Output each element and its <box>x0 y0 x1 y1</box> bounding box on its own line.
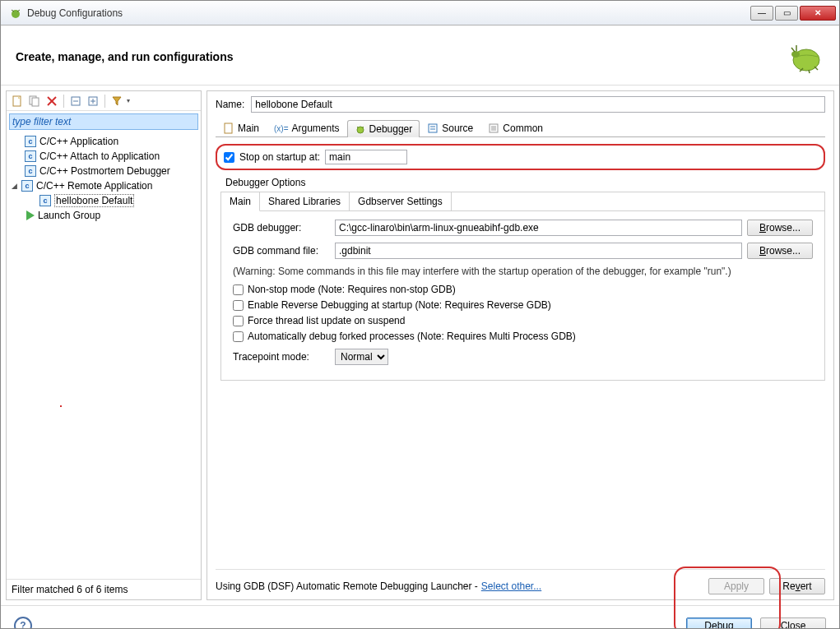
filter-wrap <box>7 111 201 132</box>
c-icon: c <box>21 180 33 192</box>
gdb-command-input[interactable] <box>335 243 742 259</box>
left-toolbar: ▾ <box>7 91 201 111</box>
tab-common[interactable]: Common <box>480 119 550 136</box>
tree-item-cpp-remote[interactable]: ◢cC/C++ Remote Application <box>10 178 197 193</box>
launcher-row: Using GDB (DSF) Automatic Remote Debuggi… <box>216 569 825 594</box>
tab-source[interactable]: Source <box>420 119 480 136</box>
force-thread-label: Force thread list update on suspend <box>248 315 405 326</box>
source-icon <box>427 123 439 134</box>
gdb-debugger-input[interactable] <box>335 220 742 236</box>
minimize-button[interactable]: — <box>750 6 773 21</box>
svg-point-5 <box>791 51 800 58</box>
gdb-debugger-row: GDB debugger: Browse... <box>233 220 813 236</box>
close-button[interactable]: Close <box>760 617 826 630</box>
maximize-button[interactable]: ▭ <box>775 6 798 21</box>
filter-input[interactable] <box>9 113 198 130</box>
fork-checkbox[interactable] <box>233 331 244 342</box>
toolbar-separator <box>63 95 64 108</box>
tree-item-cpp-attach[interactable]: cC/C++ Attach to Application <box>10 149 197 164</box>
subtab-gdbserver[interactable]: Gdbserver Settings <box>350 192 452 210</box>
collapse-all-icon[interactable] <box>68 94 83 109</box>
revert-button[interactable]: Revert <box>769 578 825 594</box>
gdb-command-label: GDB command file: <box>233 245 330 257</box>
tree-item-cpp-application[interactable]: cC/C++ Application <box>10 134 197 149</box>
spacer <box>216 381 825 569</box>
warning-text: (Warning: Some commands in this file may… <box>233 266 813 277</box>
c-icon: c <box>25 165 36 177</box>
arguments-icon: (x)= <box>274 124 289 133</box>
reverse-row: Enable Reverse Debugging at startup (Not… <box>233 299 813 311</box>
caret-down-icon[interactable]: ◢ <box>10 182 18 190</box>
force-thread-row: Force thread list update on suspend <box>233 315 813 326</box>
common-icon <box>488 123 499 134</box>
content-area: ▾ cC/C++ Application cC/C++ Attach to Ap… <box>1 86 839 605</box>
c-icon: c <box>39 195 51 206</box>
bottom-bar: ? Debug Close <box>1 605 839 629</box>
window-buttons: — ▭ ✕ <box>749 6 836 21</box>
debugger-options-label: Debugger Options <box>225 177 825 188</box>
name-input[interactable] <box>251 96 825 113</box>
stop-on-startup-row: Stop on startup at: <box>216 144 825 170</box>
svg-line-9 <box>809 70 810 73</box>
toolbar-separator <box>104 95 105 108</box>
gdb-command-row: GDB command file: Browse... <box>233 243 813 259</box>
config-tree[interactable]: cC/C++ Application cC/C++ Attach to Appl… <box>7 132 201 579</box>
bottom-buttons: Debug Close <box>686 617 826 630</box>
svg-rect-25 <box>429 124 437 132</box>
apply-button[interactable]: Apply <box>708 578 764 594</box>
fork-row: Automatically debug forked processes (No… <box>233 331 813 342</box>
subtab-row: Main Shared Libraries Gdbserver Settings <box>221 192 824 211</box>
duplicate-config-icon[interactable] <box>27 94 42 109</box>
nonstop-row: Non-stop mode (Note: Requires non-stop G… <box>233 284 813 295</box>
svg-line-6 <box>791 48 795 52</box>
reverse-checkbox[interactable] <box>233 300 244 311</box>
tab-arguments[interactable]: (x)=Arguments <box>267 119 347 136</box>
tab-main[interactable]: Main <box>216 119 267 136</box>
c-icon: c <box>25 136 36 147</box>
select-other-link[interactable]: Select other... <box>481 580 541 592</box>
help-icon[interactable]: ? <box>14 617 32 630</box>
close-window-button[interactable]: ✕ <box>800 6 836 21</box>
browse-command-button[interactable]: Browse... <box>747 243 813 259</box>
tracepoint-select[interactable]: Normal <box>335 349 388 365</box>
stop-on-startup-checkbox[interactable] <box>224 152 234 163</box>
stray-mark <box>60 405 62 407</box>
delete-config-icon[interactable] <box>44 94 59 109</box>
filter-status: Filter matched 6 of 6 items <box>7 579 201 599</box>
filter-icon[interactable] <box>109 94 124 109</box>
c-icon: c <box>25 150 36 162</box>
tab-debugger[interactable]: Debugger <box>347 120 420 137</box>
new-config-icon[interactable] <box>10 94 25 109</box>
subtab-content: GDB debugger: Browse... GDB command file… <box>221 211 824 380</box>
play-icon <box>26 210 35 220</box>
bug-icon <box>9 7 22 20</box>
bug-tab-icon <box>355 123 366 135</box>
tree-item-hellobone[interactable]: chellobone Default <box>10 193 197 208</box>
subtab-main[interactable]: Main <box>221 192 260 211</box>
name-row: Name: <box>216 96 825 113</box>
svg-rect-21 <box>225 123 232 133</box>
apply-revert-group: Apply Revert <box>708 578 825 594</box>
fork-label: Automatically debug forked processes (No… <box>248 331 576 342</box>
browse-debugger-button[interactable]: Browse... <box>747 220 813 236</box>
expand-all-icon[interactable] <box>86 94 100 109</box>
filter-dropdown-icon[interactable]: ▾ <box>127 97 133 104</box>
reverse-label: Enable Reverse Debugging at startup (Not… <box>248 299 551 311</box>
debug-button[interactable]: Debug <box>686 617 752 630</box>
tab-row: Main (x)=Arguments Debugger Source Commo… <box>216 118 825 137</box>
name-label: Name: <box>216 99 244 110</box>
subtab-shared-libraries[interactable]: Shared Libraries <box>260 192 350 210</box>
gdb-debugger-label: GDB debugger: <box>233 222 330 234</box>
titlebar: Debug Configurations — ▭ ✕ <box>1 1 839 25</box>
force-thread-checkbox[interactable] <box>233 316 244 326</box>
tree-item-cpp-postmortem[interactable]: cC/C++ Postmortem Debugger <box>10 164 197 178</box>
nonstop-label: Non-stop mode (Note: Requires non-stop G… <box>248 284 456 295</box>
stop-on-startup-input[interactable] <box>325 150 407 164</box>
stop-on-startup-label: Stop on startup at: <box>239 151 320 163</box>
tree-item-launch-group[interactable]: Launch Group <box>10 208 197 223</box>
launcher-text: Using GDB (DSF) Automatic Remote Debuggi… <box>216 580 478 592</box>
nonstop-checkbox[interactable] <box>233 284 244 295</box>
left-pane: ▾ cC/C++ Application cC/C++ Attach to Ap… <box>6 90 202 600</box>
dialog-header: Create, manage, and run configurations <box>1 25 839 86</box>
document-icon <box>223 123 234 134</box>
